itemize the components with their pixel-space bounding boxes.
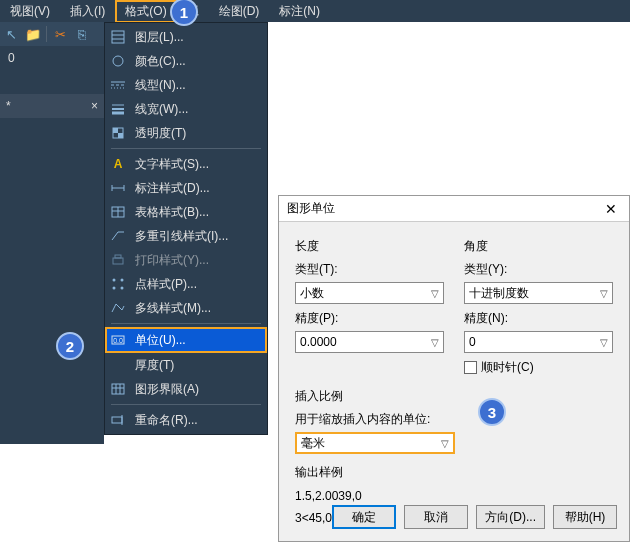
dd-tablestyle[interactable]: 表格样式(B)... xyxy=(105,200,267,224)
dd-printstyle[interactable]: 打印样式(Y)... xyxy=(105,248,267,272)
length-type-label: 类型(T): xyxy=(295,261,444,278)
lineweight-icon xyxy=(109,100,127,118)
dd-lineweight[interactable]: 线宽(W)... xyxy=(105,97,267,121)
length-type-select[interactable]: 小数▽ xyxy=(295,282,444,304)
svg-point-23 xyxy=(113,279,116,282)
menu-view[interactable]: 视图(V) xyxy=(0,0,60,23)
svg-rect-0 xyxy=(112,31,124,43)
menu-format[interactable]: 格式(O) xyxy=(115,0,176,23)
tool-copy-icon[interactable]: ⎘ xyxy=(71,24,93,44)
mleader-icon xyxy=(109,227,127,245)
dd-units[interactable]: 0.0单位(U)... xyxy=(105,327,267,353)
table-icon xyxy=(109,203,127,221)
left-close-icon[interactable]: × xyxy=(91,99,98,113)
angle-precision-select[interactable]: 0▽ xyxy=(464,331,613,353)
chevron-down-icon: ▽ xyxy=(431,288,439,299)
left-panel: 0 * × xyxy=(0,46,104,444)
callout-2: 2 xyxy=(56,332,84,360)
length-label: 长度 xyxy=(295,238,444,255)
left-star: * xyxy=(6,99,11,113)
length-precision-select[interactable]: 0.0000▽ xyxy=(295,331,444,353)
toolbar: ↖ 📁 ✂ ⎘ xyxy=(0,22,104,46)
chevron-down-icon: ▽ xyxy=(600,337,608,348)
svg-text:0.0: 0.0 xyxy=(113,337,123,344)
text-icon: A xyxy=(109,155,127,173)
menu-dimension[interactable]: 标注(N) xyxy=(269,0,330,23)
linetype-icon xyxy=(109,76,127,94)
angle-label: 角度 xyxy=(464,238,613,255)
svg-rect-29 xyxy=(112,384,124,394)
sample-line1: 1.5,2.0039,0 xyxy=(295,489,613,503)
angle-type-label: 类型(Y): xyxy=(464,261,613,278)
dd-pointstyle[interactable]: 点样式(P)... xyxy=(105,272,267,296)
svg-rect-12 xyxy=(118,133,123,138)
direction-button[interactable]: 方向(D)... xyxy=(476,505,545,529)
help-button[interactable]: 帮助(H) xyxy=(553,505,617,529)
dimstyle-icon xyxy=(109,179,127,197)
dd-separator xyxy=(111,404,261,405)
dd-color[interactable]: 颜色(C)... xyxy=(105,49,267,73)
chevron-down-icon: ▽ xyxy=(600,288,608,299)
chevron-down-icon: ▽ xyxy=(431,337,439,348)
format-dropdown: 图层(L)... 颜色(C)... 线型(N)... 线宽(W)... 透明度(… xyxy=(104,22,268,435)
sample-label: 输出样例 xyxy=(295,464,613,481)
cancel-button[interactable]: 取消 xyxy=(404,505,468,529)
transparency-icon xyxy=(109,124,127,142)
dd-linetype[interactable]: 线型(N)... xyxy=(105,73,267,97)
chevron-down-icon: ▽ xyxy=(441,438,449,449)
svg-rect-22 xyxy=(115,255,121,258)
limits-icon xyxy=(109,380,127,398)
svg-point-24 xyxy=(121,279,124,282)
print-icon xyxy=(109,251,127,269)
dd-mleaderstyle[interactable]: 多重引线样式(I)... xyxy=(105,224,267,248)
tool-folder-icon[interactable]: 📁 xyxy=(22,24,44,44)
dd-dimstyle[interactable]: 标注样式(D)... xyxy=(105,176,267,200)
dialog-title: 图形单位 xyxy=(287,200,335,217)
callout-3: 3 xyxy=(478,398,506,426)
rename-icon xyxy=(109,411,127,429)
svg-rect-33 xyxy=(112,417,122,423)
svg-point-25 xyxy=(113,287,116,290)
dd-rename[interactable]: 重命名(R)... xyxy=(105,408,267,432)
dd-textstyle[interactable]: A文字样式(S)... xyxy=(105,152,267,176)
insert-scale-select[interactable]: 毫米▽ xyxy=(295,432,455,454)
close-icon[interactable]: ✕ xyxy=(601,201,621,217)
svg-rect-11 xyxy=(113,128,118,133)
insert-scale-desc: 用于缩放插入内容的单位: xyxy=(295,411,613,428)
checkbox-icon xyxy=(464,361,477,374)
svg-rect-21 xyxy=(113,258,123,264)
svg-point-26 xyxy=(121,287,124,290)
tool-cursor-icon[interactable]: ↖ xyxy=(0,24,22,44)
svg-line-19 xyxy=(112,232,118,240)
units-icon: 0.0 xyxy=(109,331,127,349)
dd-limits[interactable]: 图形界限(A) xyxy=(105,377,267,401)
dd-layers[interactable]: 图层(L)... xyxy=(105,25,267,49)
units-dialog: 图形单位 ✕ 长度 类型(T): 小数▽ 精度(P): 0.0000▽ 角度 类… xyxy=(278,195,630,542)
menubar: 视图(V) 插入(I) 格式(O) 工 绘图(D) 标注(N) xyxy=(0,0,630,22)
mline-icon xyxy=(109,299,127,317)
insert-scale-label: 插入比例 xyxy=(295,388,613,405)
dd-transparency[interactable]: 透明度(T) xyxy=(105,121,267,145)
dialog-titlebar: 图形单位 ✕ xyxy=(279,196,629,222)
point-icon xyxy=(109,275,127,293)
ok-button[interactable]: 确定 xyxy=(332,505,396,529)
dd-separator xyxy=(111,323,261,324)
layers-icon xyxy=(109,28,127,46)
palette-icon xyxy=(109,52,127,70)
thickness-icon xyxy=(109,356,127,374)
menu-insert[interactable]: 插入(I) xyxy=(60,0,115,23)
svg-point-3 xyxy=(113,56,123,66)
menu-draw[interactable]: 绘图(D) xyxy=(209,0,270,23)
dd-thickness[interactable]: 厚度(T) xyxy=(105,353,267,377)
angle-type-select[interactable]: 十进制度数▽ xyxy=(464,282,613,304)
left-zero: 0 xyxy=(8,51,15,65)
tool-cut-icon[interactable]: ✂ xyxy=(49,24,71,44)
dd-mlinestyle[interactable]: 多线样式(M)... xyxy=(105,296,267,320)
clockwise-checkbox[interactable]: 顺时针(C) xyxy=(464,359,613,376)
length-precision-label: 精度(P): xyxy=(295,310,444,327)
angle-precision-label: 精度(N): xyxy=(464,310,613,327)
dd-separator xyxy=(111,148,261,149)
